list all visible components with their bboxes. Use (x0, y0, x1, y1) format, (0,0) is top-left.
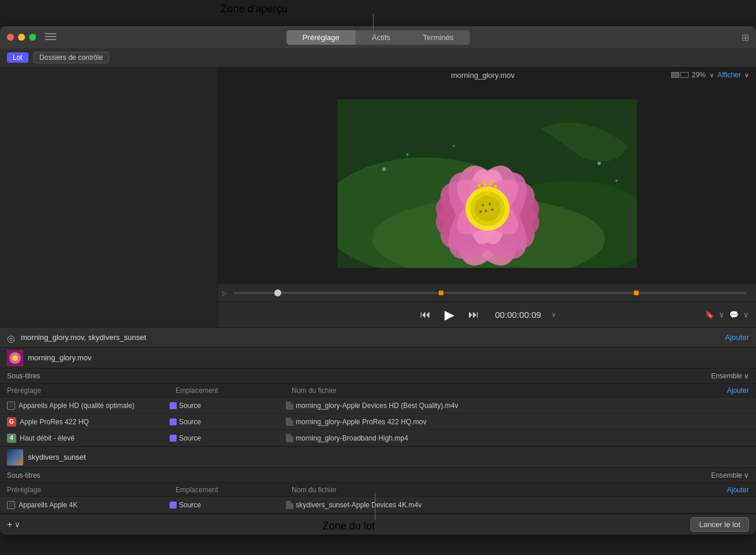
lot-area: ◎ morning_glory.mov, skydivers_sunset Aj… (0, 327, 756, 535)
launch-lot-button[interactable]: Lancer le lot (690, 517, 749, 532)
preglage-text-1-1: Appareils Apple HD (qualité optimale) (19, 402, 134, 410)
bookmark-chevron: ∨ (719, 310, 725, 319)
row-preglage-1-2: G Apple ProRes 422 HQ (7, 417, 170, 427)
playhead[interactable] (274, 289, 281, 296)
nom-text-1-1: morning_glory-Apple Devices HD (Best Qua… (296, 402, 458, 410)
preview-controls-right: 29% ∨ Afficher ∨ (671, 71, 750, 79)
subtitle-label-1: Sous-titres (7, 372, 40, 380)
lot-ajouter-button[interactable]: Ajouter (725, 333, 749, 342)
afficher-btn[interactable]: Afficher (718, 71, 741, 79)
nom-text-2-1: skydivers_sunset-Apple Devices 4K.m4v (296, 501, 422, 509)
table-ajouter-2[interactable]: Ajouter (727, 486, 749, 494)
playback-bar[interactable]: ▷ (218, 284, 756, 302)
file-icon-1-1 (286, 402, 293, 410)
svg-point-26 (485, 210, 487, 212)
background-svg (338, 99, 637, 268)
close-button[interactable] (7, 34, 14, 41)
ensemble-btn-2[interactable]: Ensemble ∨ (711, 471, 749, 479)
skip-forward-button[interactable]: ⏭ (466, 306, 481, 323)
lot-icon: ◎ (7, 333, 16, 342)
ensemble-btn-1[interactable]: Ensemble ∨ (711, 372, 749, 380)
source-badge-1-3 (170, 435, 177, 442)
ensemble-chevron-1: ∨ (744, 372, 749, 380)
bottom-toolbar: + ∨ Lancer le lot (0, 514, 756, 535)
sidebar-toggle[interactable] (45, 33, 56, 41)
source-badge-1-1 (170, 402, 177, 409)
add-button[interactable]: + ∨ (7, 520, 20, 530)
col-emplacement-1: Emplacement (175, 386, 292, 395)
video-frame (338, 99, 637, 268)
col-preglage-1: Préréglage (7, 386, 175, 395)
dossiers-tag[interactable]: Dossiers de contrôle (33, 52, 109, 63)
tab-actifs[interactable]: Actifs (356, 30, 407, 45)
file-icon-2-1 (286, 501, 293, 509)
svg-point-5 (406, 153, 409, 156)
zoom-boxes (671, 72, 689, 78)
annotation-apercu: Zone d'aperçu (221, 3, 288, 15)
maximize-button[interactable] (29, 34, 36, 41)
svg-point-8 (453, 145, 455, 147)
app-window: Préréglage Actifs Terminés ⊞ Lot Dossier… (0, 26, 756, 535)
subtitle-label-2: Sous-titres (7, 471, 40, 479)
emplacement-text-1-2: Source (179, 418, 201, 426)
preview-filename: morning_glory.mov (295, 71, 671, 80)
bookmark-icon[interactable]: 🔖 (705, 310, 714, 319)
svg-point-7 (615, 180, 618, 182)
skip-back-button[interactable]: ⏮ (418, 306, 433, 323)
table-ajouter-1[interactable]: Ajouter (727, 386, 749, 395)
g-badge-1: G (7, 417, 16, 427)
row-nom-1-1: morning_glory-Apple Devices HD (Best Qua… (286, 402, 749, 410)
preview-area: morning_glory.mov 29% ∨ Afficher ∨ (218, 67, 756, 327)
add-chevron: ∨ (15, 520, 20, 529)
ensemble-chevron-2: ∨ (744, 471, 749, 479)
annotation-lot-line (375, 493, 375, 520)
timecode-chevron: ∨ (551, 311, 556, 318)
svg-point-33 (482, 181, 486, 184)
preglage-text-1-3: Haut débit - élevé (20, 434, 74, 442)
file-icon-1-2 (286, 418, 293, 426)
play-button[interactable]: ▶ (442, 305, 457, 325)
num4-badge: 4 (7, 434, 16, 443)
zoom-box-1 (671, 72, 679, 78)
table-row-1-3: 4 Haut débit - élevé Source morning_glor… (0, 430, 756, 446)
emplacement-text-2-1: Source (179, 501, 201, 509)
lot-tag[interactable]: Lot (7, 52, 28, 63)
annotation-lot: Zone du lot (323, 520, 375, 532)
zoom-box-2 (680, 72, 689, 78)
speech-chevron: ∨ (743, 310, 749, 319)
nom-text-1-3: morning_glory-Broadband High.mp4 (296, 434, 408, 442)
preview-video (218, 83, 756, 284)
zoom-level: 29% (692, 71, 706, 79)
morning-glory-thumb (7, 350, 23, 366)
row-nom-2-1: skydivers_sunset-Apple Devices 4K.m4v (286, 501, 749, 509)
minimize-button[interactable] (18, 34, 25, 41)
tab-termines[interactable]: Terminés (407, 30, 470, 45)
morning-glory-filename: morning_glory.mov (28, 353, 92, 362)
preglage-text-1-2: Apple ProRes 422 HQ (20, 418, 89, 426)
file-icon-1-3 (286, 434, 293, 442)
row-emplacement-1-2: Source (170, 418, 286, 426)
row-emplacement-1-3: Source (170, 434, 286, 442)
svg-point-27 (491, 209, 493, 211)
preglage-text-2-1: Appareils Apple 4K (19, 501, 77, 509)
table-header-1: Préréglage Emplacement Nom du fichier Aj… (0, 384, 756, 398)
phone-icon-2: ☐ (7, 501, 15, 509)
settings-icon[interactable]: ⊞ (741, 32, 749, 43)
left-sidebar (0, 67, 218, 327)
titlebar-tabs: Préréglage Actifs Terminés (286, 30, 470, 45)
svg-point-23 (475, 196, 500, 221)
speech-icon[interactable]: 💬 (729, 310, 739, 319)
annotation-apercu-line (373, 14, 374, 37)
col-nom-1: Nom du fichier (292, 386, 727, 395)
col-preglage-2: Préréglage (7, 486, 175, 494)
source-badge-1-2 (170, 418, 177, 425)
svg-point-24 (482, 204, 484, 206)
row-preglage-2-1: ☐ Appareils Apple 4K (7, 501, 170, 509)
row-preglage-1-1: ☐ Appareils Apple HD (qualité optimale) (7, 402, 170, 410)
timeline-track[interactable] (233, 292, 747, 294)
plus-icon: + (7, 520, 12, 530)
tab-en-cours[interactable]: Préréglage (286, 30, 356, 45)
ensemble-label-2: Ensemble (711, 471, 742, 479)
traffic-lights (7, 34, 36, 41)
main-content: morning_glory.mov 29% ∨ Afficher ∨ (0, 67, 756, 327)
